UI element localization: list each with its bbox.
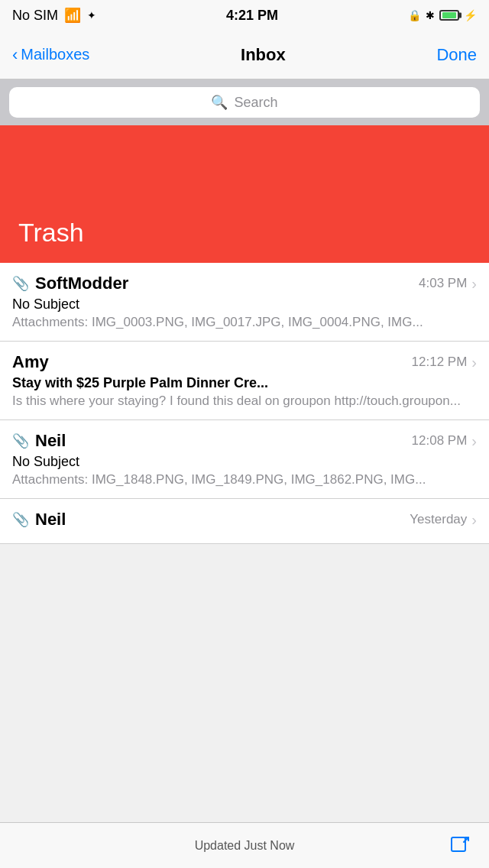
email-chevron-icon: › — [471, 432, 477, 450]
status-bar: No SIM 📶 ✦ 4:21 PM 🔒 ✱ ⚡ — [0, 0, 489, 31]
back-button[interactable]: ‹ Mailboxes — [12, 46, 89, 63]
email-subject: No Subject — [12, 296, 477, 313]
time-row: 12:08 PM › — [412, 432, 477, 450]
email-subject: Stay with $25 Purple Palm Dinner Cre... — [12, 375, 477, 391]
email-preview: Attachments: IMG_0003.PNG, IMG_0017.JPG,… — [12, 315, 477, 330]
email-header: 📎 Neil Yesterday › — [12, 510, 477, 530]
search-bar[interactable]: 🔍 Search — [9, 87, 480, 118]
search-icon: 🔍 — [211, 94, 228, 111]
email-header: Amy 12:12 PM › — [12, 352, 477, 372]
compose-button[interactable] — [449, 835, 471, 857]
status-bar-right: 🔒 ✱ ⚡ — [408, 9, 477, 21]
compose-icon — [449, 835, 471, 857]
list-item[interactable]: 📎 SoftModder 4:03 PM › No Subject Attach… — [0, 263, 489, 342]
back-label[interactable]: Mailboxes — [21, 46, 89, 63]
email-time: Yesterday — [410, 512, 467, 527]
list-item[interactable]: Amy 12:12 PM › Stay with $25 Purple Palm… — [0, 342, 489, 420]
lock-icon: 🔒 — [408, 9, 421, 21]
battery-tip — [459, 13, 461, 18]
status-bar-time: 4:21 PM — [226, 8, 278, 24]
nav-bar: ‹ Mailboxes Inbox Done — [0, 31, 489, 79]
sender-row: 📎 SoftModder — [12, 274, 128, 293]
email-sender: Neil — [35, 431, 66, 451]
email-chevron-icon: › — [471, 511, 477, 529]
page-title: Inbox — [241, 45, 286, 65]
sender-row: 📎 Neil — [12, 510, 66, 530]
sender-row: Amy — [12, 352, 49, 372]
trash-action-button[interactable]: Trash — [0, 125, 489, 263]
email-time: 12:08 PM — [412, 433, 468, 449]
email-header: 📎 SoftModder 4:03 PM › — [12, 274, 477, 293]
email-preview: Attachments: IMG_1848.PNG, IMG_1849.PNG,… — [12, 472, 477, 487]
email-time: 4:03 PM — [419, 276, 467, 291]
email-list: 📎 SoftModder 4:03 PM › No Subject Attach… — [0, 263, 489, 544]
time-row: 12:12 PM › — [412, 354, 477, 371]
time-row: Yesterday › — [410, 511, 477, 529]
charging-icon: ⚡ — [464, 9, 477, 21]
email-time: 12:12 PM — [412, 355, 468, 370]
updated-status: Updated Just Now — [40, 839, 449, 853]
email-subject: No Subject — [12, 454, 477, 470]
carrier-label: No SIM — [12, 8, 58, 24]
search-placeholder: Search — [234, 95, 277, 111]
sender-row: 📎 Neil — [12, 431, 66, 451]
time-row: 4:03 PM › — [419, 275, 477, 293]
wifi-icon: 📶 — [64, 7, 81, 24]
email-header: 📎 Neil 12:08 PM › — [12, 431, 477, 451]
email-preview: Is this where your staying? I found this… — [12, 394, 477, 409]
attachment-icon: 📎 — [12, 432, 29, 449]
bottom-bar: Updated Just Now — [0, 822, 489, 868]
battery-icon — [439, 10, 459, 21]
battery-fill — [442, 12, 456, 18]
bluetooth-icon: ✱ — [426, 9, 435, 21]
signal-icon: ✦ — [87, 9, 96, 21]
done-button[interactable]: Done — [436, 45, 477, 65]
status-bar-left: No SIM 📶 ✦ — [12, 7, 96, 24]
list-item[interactable]: 📎 Neil 12:08 PM › No Subject Attachments… — [0, 420, 489, 499]
attachment-icon: 📎 — [12, 275, 29, 292]
email-sender: Neil — [35, 510, 66, 530]
email-sender: SoftModder — [35, 274, 128, 293]
email-sender: Amy — [12, 352, 49, 372]
email-chevron-icon: › — [471, 354, 477, 371]
email-chevron-icon: › — [471, 275, 477, 293]
svg-rect-0 — [452, 837, 465, 851]
back-chevron-icon: ‹ — [12, 47, 18, 63]
attachment-icon: 📎 — [12, 511, 29, 528]
trash-label: Trash — [18, 218, 84, 248]
search-container: 🔍 Search — [0, 79, 489, 125]
list-item[interactable]: 📎 Neil Yesterday › — [0, 499, 489, 544]
